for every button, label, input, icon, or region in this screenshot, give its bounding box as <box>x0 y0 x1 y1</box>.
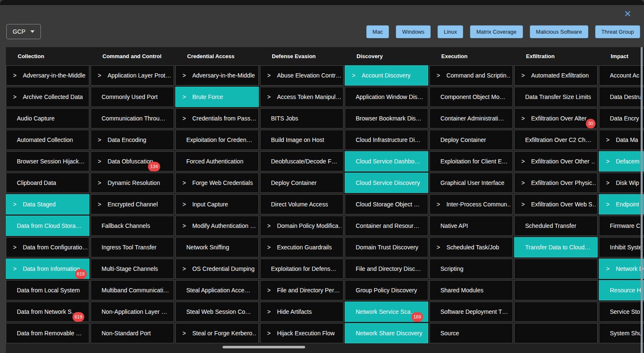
technique-cell-container-administrati[interactable]: Container Administrati… <box>429 108 513 128</box>
expand-chevron-icon[interactable]: > <box>98 201 101 208</box>
technique-cell-multi-stage-channels[interactable]: Multi-Stage Channels <box>91 259 174 279</box>
technique-cell-domain-policy-modifica[interactable]: >Domain Policy Modifica… <box>260 216 343 236</box>
technique-cell-data-from-network-s[interactable]: Data from Network S…619 <box>6 302 89 322</box>
technique-cell-source[interactable]: Source <box>429 323 513 343</box>
technique-cell-cloud-service-discovery[interactable]: Cloud Service Discovery <box>345 173 428 193</box>
technique-cell-exfiltration-over-web-s[interactable]: >Exfiltration Over Web S… <box>514 194 598 214</box>
technique-cell-os-credential-dumping[interactable]: >OS Credential Dumping <box>175 259 259 279</box>
filter-button-linux[interactable]: Linux <box>437 25 463 38</box>
technique-cell-data-transfer-size-limits[interactable]: Data Transfer Size Limits <box>514 87 598 107</box>
technique-cell-steal-web-session-co[interactable]: Steal Web Session Co… <box>175 302 259 322</box>
technique-cell-exfiltration-over-c2-ch[interactable]: Exfiltration Over C2 Ch… <box>514 130 598 150</box>
technique-cell-non-standard-port[interactable]: Non-Standard Port <box>91 323 174 343</box>
technique-cell-endpoint[interactable]: >Endpoint <box>599 194 644 214</box>
expand-chevron-icon[interactable]: > <box>606 136 609 143</box>
vertical-scrollbar[interactable] <box>641 47 643 353</box>
technique-cell-service-sto[interactable]: Service Sto <box>599 302 644 322</box>
technique-cell-scripting[interactable]: Scripting <box>429 259 513 279</box>
technique-cell-automated-exfiltration[interactable]: >Automated Exfiltration <box>514 65 598 86</box>
technique-cell-file-and-directory-disc[interactable]: File and Directory Disc… <box>345 259 428 279</box>
expand-chevron-icon[interactable]: > <box>182 330 186 337</box>
expand-chevron-icon[interactable]: > <box>521 72 525 79</box>
technique-cell-network-d[interactable]: >Network D <box>599 259 644 279</box>
technique-cell-exfiltration-over-other[interactable]: >Exfiltration Over Other … <box>514 151 598 171</box>
technique-cell-execution-guardrails[interactable]: >Execution Guardrails <box>260 237 343 257</box>
technique-cell-software-deployment-t[interactable]: Software Deployment T… <box>429 302 513 322</box>
technique-cell-application-layer-prot[interactable]: >Application Layer Prot… <box>91 65 174 86</box>
expand-chevron-icon[interactable]: > <box>606 265 609 272</box>
technique-cell-data-from-removable[interactable]: Data from Removable … <box>6 323 89 343</box>
technique-cell-exploitation-for-client-e[interactable]: Exploitation for Client E… <box>429 151 513 171</box>
technique-cell-brute-force[interactable]: >Brute Force <box>175 87 259 107</box>
technique-cell-container-and-resour[interactable]: Container and Resour… <box>345 216 428 236</box>
technique-cell-forced-authentication[interactable]: Forced Authentication <box>175 151 259 171</box>
technique-cell-data-from-cloud-stora[interactable]: Data from Cloud Stora… <box>6 216 89 236</box>
technique-cell-component-object-mo[interactable]: Component Object Mo… <box>429 87 513 107</box>
technique-cell-credentials-from-pass[interactable]: >Credentials from Pass… <box>175 108 259 128</box>
technique-cell-group-policy-discovery[interactable]: Group Policy Discovery <box>345 280 428 300</box>
technique-cell-exfiltration-over-alter[interactable]: >Exfiltration Over Alter…30 <box>514 108 598 128</box>
technique-cell-network-share-discovery[interactable]: Network Share Discovery <box>345 323 428 343</box>
technique-cell-data-from-information[interactable]: >Data from Information619 <box>6 259 89 279</box>
expand-chevron-icon[interactable]: > <box>182 179 186 186</box>
filter-button-windows[interactable]: Windows <box>396 25 431 38</box>
technique-cell-automated-collection[interactable]: Automated Collection <box>6 130 89 150</box>
technique-cell-defacem[interactable]: >Defacem <box>599 151 644 171</box>
technique-cell-exploitation-for-defens[interactable]: Exploitation for Defens… <box>260 259 343 279</box>
technique-cell-fallback-channels[interactable]: Fallback Channels <box>91 216 174 236</box>
technique-cell-native-api[interactable]: Native API <box>429 216 513 236</box>
technique-cell-communication-throu[interactable]: Communication Throu… <box>91 108 174 128</box>
technique-cell-audio-capture[interactable]: Audio Capture <box>6 108 89 128</box>
expand-chevron-icon[interactable]: > <box>521 115 525 122</box>
expand-chevron-icon[interactable]: > <box>182 222 186 229</box>
technique-cell-bits-jobs[interactable]: BITS Jobs <box>260 108 343 128</box>
technique-cell-data-encoding[interactable]: >Data Encoding <box>91 130 174 150</box>
technique-cell-command-and-scriptin[interactable]: >Command and Scriptin… <box>429 65 513 86</box>
technique-cell-network-service-sca[interactable]: Network Service Sca…169 <box>345 302 428 322</box>
technique-cell-access-token-manipul[interactable]: >Access Token Manipul… <box>260 87 343 107</box>
platform-dropdown[interactable]: GCP <box>6 24 41 39</box>
technique-cell-cloud-service-dashbo[interactable]: Cloud Service Dashbo… <box>345 151 428 171</box>
close-icon[interactable]: ✕ <box>624 9 631 18</box>
filter-button-matrix-coverage[interactable]: Matrix Coverage <box>470 25 523 38</box>
expand-chevron-icon[interactable]: > <box>98 72 101 79</box>
technique-cell-hijack-execution-flow[interactable]: >Hijack Execution Flow <box>260 323 343 343</box>
expand-chevron-icon[interactable]: > <box>98 136 101 143</box>
expand-chevron-icon[interactable]: > <box>13 201 16 208</box>
expand-chevron-icon[interactable]: > <box>437 72 440 79</box>
filter-button-malicious-software[interactable]: Malicious Software <box>530 25 588 38</box>
expand-chevron-icon[interactable]: > <box>267 94 271 100</box>
technique-cell-cloud-infrastructure-di[interactable]: Cloud Infrastructure Di… <box>345 130 428 150</box>
technique-cell-network-sniffing[interactable]: Network Sniffing <box>175 237 259 257</box>
technique-cell-data-staged[interactable]: >Data Staged <box>6 194 89 214</box>
expand-chevron-icon[interactable]: > <box>13 94 16 100</box>
technique-cell-input-capture[interactable]: >Input Capture <box>175 194 259 214</box>
technique-cell-hide-artifacts[interactable]: >Hide Artifacts <box>260 302 343 322</box>
expand-chevron-icon[interactable]: > <box>267 287 271 294</box>
expand-chevron-icon[interactable]: > <box>13 265 16 272</box>
technique-cell-ingress-tool-transfer[interactable]: Ingress Tool Transfer <box>91 237 174 257</box>
technique-cell-deploy-container[interactable]: Deploy Container <box>429 130 513 150</box>
technique-cell-transfer-data-to-cloud[interactable]: Transfer Data to Cloud… <box>514 237 598 257</box>
expand-chevron-icon[interactable]: > <box>13 244 16 251</box>
expand-chevron-icon[interactable]: > <box>606 158 609 165</box>
technique-cell-disk-wip[interactable]: >Disk Wip <box>599 173 644 193</box>
expand-chevron-icon[interactable]: > <box>13 72 16 79</box>
horizontal-scrollbar-thumb[interactable] <box>223 346 305 348</box>
expand-chevron-icon[interactable]: > <box>521 201 525 208</box>
expand-chevron-icon[interactable]: > <box>182 265 186 272</box>
technique-cell-data-from-local-system[interactable]: Data from Local System <box>6 280 89 300</box>
technique-cell-application-window-dis[interactable]: Application Window Dis… <box>345 87 428 107</box>
technique-cell-data-from-configuratio[interactable]: >Data from Configuratio… <box>6 237 89 257</box>
technique-cell-inhibit-syste[interactable]: Inhibit Syste <box>599 237 644 257</box>
technique-cell-browser-session-hijack[interactable]: Browser Session Hijack… <box>6 151 89 171</box>
expand-chevron-icon[interactable]: > <box>267 222 271 229</box>
technique-cell-forge-web-credentials[interactable]: >Forge Web Credentials <box>175 173 259 193</box>
technique-cell-file-and-directory-per[interactable]: >File and Directory Per… <box>260 280 343 300</box>
technique-cell-exploitation-for-creden[interactable]: Exploitation for Creden… <box>175 130 259 150</box>
technique-cell-deploy-container[interactable]: Deploy Container <box>260 173 343 193</box>
technique-cell-scheduled-task-job[interactable]: >Scheduled Task/Job <box>429 237 513 257</box>
technique-cell-adversary-in-the-middle[interactable]: >Adversary-in-the-Middle <box>6 65 89 86</box>
filter-button-threat-group[interactable]: Threat Group <box>595 25 640 38</box>
expand-chevron-icon[interactable]: > <box>521 179 525 186</box>
